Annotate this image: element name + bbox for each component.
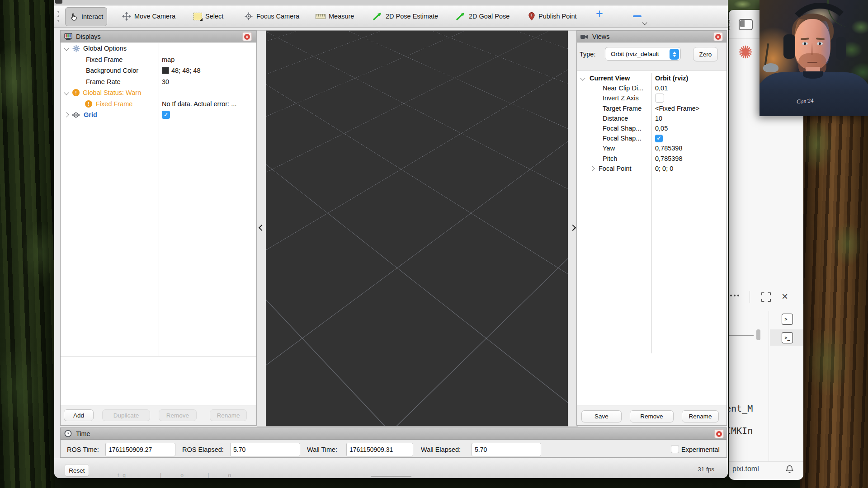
remove-tool-button[interactable] (633, 15, 642, 17)
wall-elapsed-input[interactable] (472, 443, 541, 456)
tool-focus-camera[interactable]: Focus Camera (241, 7, 303, 25)
rviz-window: Interact Move Camera Select (54, 0, 728, 478)
row-label: Background Color (86, 67, 138, 74)
scrollbar-thumb[interactable] (756, 329, 760, 340)
row-value[interactable]: map (162, 56, 175, 63)
row-value[interactable]: 10 (655, 115, 662, 122)
reset-button[interactable]: Reset (65, 464, 89, 477)
statusbar-filename[interactable]: pixi.toml (732, 465, 759, 473)
time-panel-header[interactable]: Time × (61, 428, 726, 440)
close-panel-button[interactable]: × (713, 32, 723, 41)
expand-icon[interactable] (761, 292, 771, 302)
rename-view-button[interactable]: Rename (682, 410, 719, 422)
experimental-checkbox[interactable] (671, 445, 679, 453)
collapse-left-icon[interactable] (259, 224, 265, 230)
zero-button[interactable]: Zero (693, 47, 718, 61)
hand-icon (69, 12, 78, 21)
more-actions-icon[interactable] (730, 295, 741, 296)
divider (769, 311, 769, 462)
invert-z-checkbox[interactable] (655, 94, 664, 103)
terminal-icon[interactable]: >_ (782, 314, 793, 325)
row-value: No tf data. Actual error: ... (162, 100, 236, 108)
terminal-icon[interactable]: >_ (782, 332, 793, 343)
dropdown-stepper-icon[interactable] (670, 49, 679, 60)
close-panel-button[interactable]: × (714, 429, 724, 438)
close-panel-button[interactable]: × (242, 32, 252, 41)
add-display-button[interactable]: Add (64, 409, 94, 421)
color-swatch[interactable] (162, 67, 169, 74)
chevron-down-icon[interactable] (642, 20, 647, 25)
row-value[interactable]: 0,01 (655, 84, 668, 92)
remove-display-button[interactable]: Remove (159, 409, 197, 421)
ros-time-input[interactable] (105, 443, 175, 456)
view-type-dropdown[interactable]: Orbit (rviz_default (605, 47, 681, 61)
row-label: Fixed Frame (86, 56, 123, 63)
tool-2d-pose-estimate[interactable]: 2D Pose Estimate (369, 7, 442, 25)
ros-elapsed-input[interactable] (230, 443, 300, 456)
tool-label: Measure (329, 13, 354, 20)
chevron-right-icon[interactable] (64, 113, 69, 117)
row-value[interactable]: 0,785398 (655, 145, 682, 152)
grid-enabled-checkbox[interactable]: ✓ (162, 111, 170, 119)
move-camera-icon (122, 12, 131, 21)
tree-column-divider[interactable] (651, 73, 652, 353)
bell-icon[interactable] (785, 465, 794, 474)
close-icon[interactable]: × (782, 290, 788, 303)
wall-time-label: Wall Time: (307, 446, 337, 453)
chevron-down-icon[interactable] (64, 46, 69, 51)
row-value[interactable]: 30 (162, 78, 169, 85)
save-view-button[interactable]: Save (581, 410, 622, 422)
row-label: Invert Z Axis (603, 94, 639, 102)
panel-title: Views (592, 33, 609, 40)
fps-counter: 31 fps (698, 466, 714, 473)
tool-label: Focus Camera (256, 13, 299, 20)
clock-icon (64, 430, 72, 437)
red-starburst-icon[interactable] (738, 45, 753, 59)
displays-panel-header[interactable]: Displays × (61, 31, 256, 42)
tool-select[interactable]: Select (190, 7, 227, 25)
eye-right (817, 42, 823, 45)
focal-shape-checkbox[interactable]: ✓ (655, 135, 663, 142)
views-panel: Views × Type: Orbit (rviz_default Zero C… (576, 30, 727, 426)
tool-interact[interactable]: Interact (65, 7, 107, 26)
tool-measure[interactable]: Measure (312, 7, 358, 25)
sidebar-toggle-icon[interactable] (739, 19, 753, 30)
background-window-fragment-line (371, 476, 411, 477)
webcam-overlay: Con'24 (760, 0, 868, 116)
3d-viewport[interactable] (266, 30, 569, 427)
duplicate-display-button[interactable]: Duplicate (102, 409, 150, 421)
row-value[interactable]: 48; 48; 48 (171, 67, 201, 74)
tool-label: 2D Pose Estimate (386, 13, 438, 20)
warning-icon: ! (85, 100, 92, 108)
left-splitter[interactable] (257, 30, 267, 427)
row-value[interactable]: 0; 0; 0 (655, 165, 673, 172)
row-label: Focal Point (599, 165, 632, 172)
tool-move-camera[interactable]: Move Camera (118, 7, 179, 25)
background-window-fragments: tg | o | o (118, 472, 235, 478)
views-panel-header[interactable]: Views × (577, 31, 726, 42)
row-value: Orbit (rviz) (655, 75, 688, 82)
tool-publish-point[interactable]: Publish Point (524, 7, 580, 25)
toolbar-drag-handle[interactable] (57, 10, 60, 23)
add-tool-button[interactable]: + (596, 7, 603, 21)
wall-time-input[interactable] (346, 443, 413, 456)
views-icon (580, 33, 588, 40)
collapse-right-icon[interactable] (570, 224, 576, 230)
wall-elapsed-label: Wall Elapsed: (421, 446, 461, 453)
chevron-down-icon[interactable] (64, 90, 69, 95)
displays-panel: Displays × Global Options Fixed Frame (60, 30, 257, 426)
row-value[interactable]: 0,785398 (655, 155, 682, 162)
chevron-down-icon[interactable] (580, 75, 585, 80)
divider (729, 335, 754, 336)
chevron-right-icon[interactable] (590, 166, 594, 171)
row-value[interactable]: <Fixed Frame> (655, 105, 699, 112)
remove-view-button[interactable]: Remove (630, 410, 674, 422)
forest-wallpaper-left (0, 0, 55, 488)
mouth (807, 62, 817, 63)
tree-column-divider[interactable] (159, 43, 159, 356)
selection-box-icon (193, 13, 202, 20)
tool-2d-goal-pose[interactable]: 2D Goal Pose (452, 7, 513, 25)
rename-display-button[interactable]: Rename (210, 409, 247, 421)
row-value[interactable]: 0,05 (655, 125, 668, 132)
rviz-toolbar: Interact Move Camera Select (54, 5, 728, 28)
